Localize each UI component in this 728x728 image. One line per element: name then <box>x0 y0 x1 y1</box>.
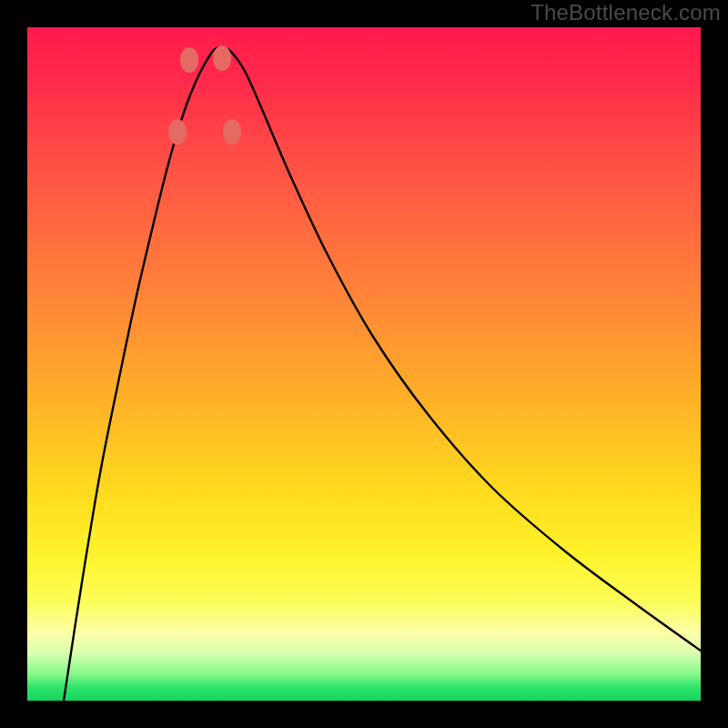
curve-marker <box>180 47 198 73</box>
watermark-text: TheBottleneck.com <box>531 0 721 25</box>
curve-marker <box>223 119 241 145</box>
curve-marker <box>213 46 231 71</box>
curve-marker <box>168 119 187 145</box>
chart-plot-area <box>27 27 701 701</box>
chart-svg <box>27 27 701 701</box>
curve-markers <box>168 46 241 145</box>
bottleneck-curve-path <box>64 47 701 701</box>
